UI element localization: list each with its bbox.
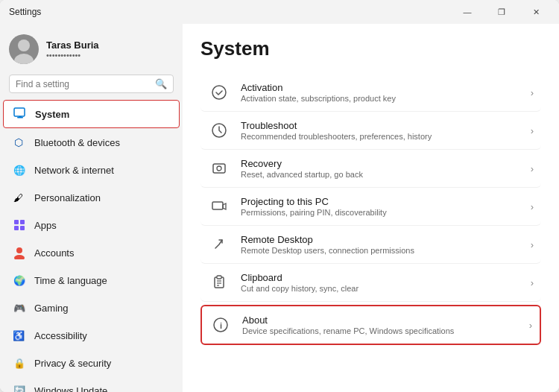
clipboard-desc: Cut and copy history, sync, clear: [241, 284, 520, 293]
svg-point-14: [14, 255, 25, 259]
svg-rect-22: [213, 164, 225, 173]
svg-rect-3: [14, 108, 25, 116]
recovery-desc: Reset, advanced startup, go back: [241, 170, 520, 179]
settings-item-remote-desktop[interactable]: Remote Desktop Remote Desktop users, con…: [200, 226, 541, 264]
sidebar-item-label: System: [35, 109, 69, 120]
bluetooth-nav-icon: ⬡: [12, 135, 27, 150]
recovery-chevron: ›: [531, 163, 534, 174]
svg-rect-5: [19, 116, 22, 118]
settings-list: Activation Activation state, subscriptio…: [200, 74, 541, 348]
sidebar-item-gaming[interactable]: 🎮 Gaming: [3, 294, 180, 321]
activation-chevron: ›: [531, 87, 534, 98]
sidebar-item-privacy[interactable]: 🔒 Privacy & security: [3, 350, 180, 376]
user-email: ••••••••••••: [46, 51, 99, 60]
sidebar-item-accounts[interactable]: Accounts: [3, 239, 180, 266]
svg-text:🖌: 🖌: [13, 192, 23, 203]
about-icon: i: [209, 314, 232, 336]
troubleshoot-label: Troubleshoot: [241, 120, 520, 131]
remote-desktop-text: Remote Desktop Remote Desktop users, con…: [241, 234, 520, 255]
activation-label: Activation: [241, 82, 520, 93]
titlebar-controls: — ❐ ✕: [450, 0, 553, 24]
sidebar-item-apps[interactable]: Apps: [3, 212, 180, 238]
close-button[interactable]: ✕: [519, 0, 553, 24]
network-nav-icon: 🌐: [12, 162, 27, 177]
troubleshoot-icon: [208, 119, 230, 142]
sidebar-item-label: Personalization: [34, 192, 101, 203]
settings-item-recovery[interactable]: Recovery Reset, advanced startup, go bac…: [200, 150, 541, 188]
time-nav-icon: 🌍: [12, 273, 27, 288]
sidebar-item-windows-update[interactable]: 🔄 Windows Update: [3, 377, 180, 392]
svg-rect-10: [20, 220, 25, 224]
sidebar: Taras Buria •••••••••••• 🔍 System ⬡ Blue…: [0, 24, 183, 392]
remote-desktop-label: Remote Desktop: [241, 234, 520, 245]
user-info: Taras Buria ••••••••••••: [46, 39, 99, 60]
projecting-desc: Permissions, pairing PIN, discoverabilit…: [241, 208, 520, 217]
svg-point-20: [212, 86, 226, 99]
sidebar-item-label: Accessibility: [34, 330, 87, 341]
search-box[interactable]: 🔍: [9, 75, 174, 93]
personalization-nav-icon: 🖌: [12, 190, 27, 205]
sidebar-item-system[interactable]: System: [3, 100, 180, 128]
settings-item-troubleshoot[interactable]: Troubleshoot Recommended troubleshooters…: [200, 112, 541, 150]
user-profile[interactable]: Taras Buria ••••••••••••: [0, 24, 183, 72]
sidebar-item-label: Bluetooth & devices: [34, 137, 120, 148]
settings-item-clipboard[interactable]: Clipboard Cut and copy history, sync, cl…: [200, 264, 541, 302]
svg-text:🔄: 🔄: [13, 385, 26, 392]
activation-desc: Activation state, subscriptions, product…: [241, 94, 520, 103]
page-title: System: [200, 37, 541, 60]
svg-rect-24: [212, 202, 223, 209]
apps-nav-icon: [12, 218, 27, 233]
search-icon: 🔍: [155, 78, 167, 89]
settings-item-activation[interactable]: Activation Activation state, subscriptio…: [200, 74, 541, 112]
minimize-button[interactable]: —: [450, 0, 484, 24]
svg-rect-12: [20, 226, 25, 230]
sidebar-item-personalization[interactable]: 🖌 Personalization: [3, 184, 180, 211]
maximize-button[interactable]: ❐: [484, 0, 519, 24]
window-title: Settings: [9, 7, 41, 17]
clipboard-text: Clipboard Cut and copy history, sync, cl…: [241, 272, 520, 293]
about-desc: Device specifications, rename PC, Window…: [242, 326, 519, 335]
sidebar-item-time[interactable]: 🌍 Time & language: [3, 267, 180, 294]
settings-window: Settings — ❐ ✕ Taras Buria ••••••: [0, 0, 559, 392]
svg-text:⬡: ⬡: [14, 136, 23, 148]
nav-list: System ⬡ Bluetooth & devices 🌐 Network &…: [0, 99, 183, 392]
sidebar-item-label: Accounts: [34, 247, 74, 259]
about-label: About: [242, 314, 519, 326]
troubleshoot-chevron: ›: [531, 125, 534, 136]
search-input[interactable]: [16, 79, 151, 89]
about-chevron: ›: [529, 320, 532, 331]
sidebar-item-accessibility[interactable]: ♿ Accessibility: [3, 322, 180, 349]
recovery-icon: [208, 157, 230, 180]
sidebar-item-bluetooth[interactable]: ⬡ Bluetooth & devices: [3, 129, 180, 156]
accounts-nav-icon: [12, 245, 27, 260]
troubleshoot-text: Troubleshoot Recommended troubleshooters…: [241, 120, 520, 141]
system-nav-icon: [13, 107, 28, 121]
clipboard-label: Clipboard: [241, 272, 520, 283]
svg-rect-9: [14, 220, 19, 224]
svg-text:♿: ♿: [13, 329, 25, 342]
recovery-text: Recovery Reset, advanced startup, go bac…: [241, 158, 520, 179]
clipboard-chevron: ›: [531, 277, 534, 288]
projecting-icon: [208, 195, 230, 218]
sidebar-item-label: Network & internet: [34, 165, 114, 176]
titlebar: Settings — ❐ ✕: [0, 0, 559, 24]
activation-text: Activation Activation state, subscriptio…: [241, 82, 520, 103]
troubleshoot-desc: Recommended troubleshooters, preferences…: [241, 132, 520, 141]
sidebar-item-label: Privacy & security: [34, 358, 111, 369]
sidebar-item-label: Gaming: [34, 303, 69, 314]
settings-item-about[interactable]: i About Device specifications, rename PC…: [200, 305, 541, 345]
sidebar-item-network[interactable]: 🌐 Network & internet: [3, 157, 180, 183]
settings-item-projecting[interactable]: Projecting to this PC Permissions, pairi…: [200, 188, 541, 226]
privacy-nav-icon: 🔒: [12, 355, 27, 370]
remote-desktop-desc: Remote Desktop users, connection permiss…: [241, 246, 520, 255]
svg-text:🌍: 🌍: [13, 274, 26, 287]
svg-text:🌐: 🌐: [13, 164, 26, 177]
projecting-text: Projecting to this PC Permissions, pairi…: [241, 196, 520, 217]
content-area: Taras Buria •••••••••••• 🔍 System ⬡ Blue…: [0, 24, 559, 392]
remote-desktop-icon: [208, 233, 230, 256]
remote-desktop-chevron: ›: [531, 239, 534, 250]
svg-rect-11: [14, 226, 19, 230]
accessibility-nav-icon: ♿: [12, 328, 27, 343]
svg-text:🎮: 🎮: [13, 302, 26, 314]
clipboard-icon: [208, 271, 230, 294]
